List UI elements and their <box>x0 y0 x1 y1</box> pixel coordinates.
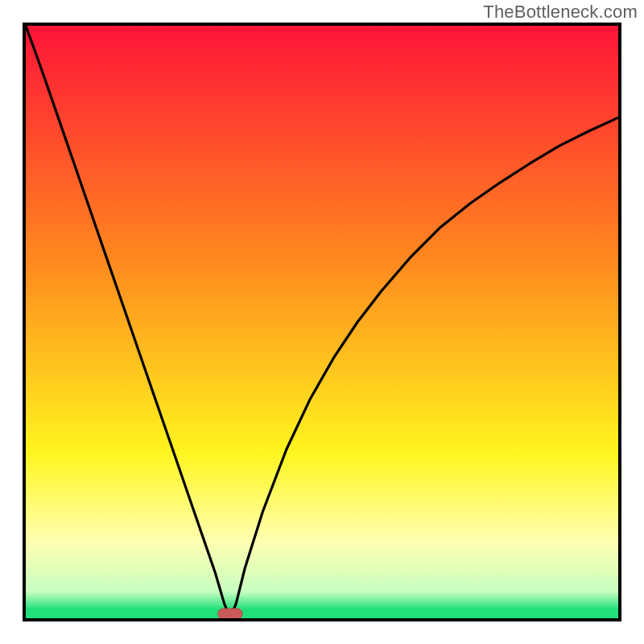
watermark-text: TheBottleneck.com <box>483 2 638 23</box>
plot-frame <box>23 23 621 621</box>
gradient-background <box>26 26 618 618</box>
optimal-marker <box>218 609 242 618</box>
chart-container: TheBottleneck.com <box>0 0 644 644</box>
chart-svg <box>26 26 618 618</box>
plot-area <box>26 26 618 618</box>
